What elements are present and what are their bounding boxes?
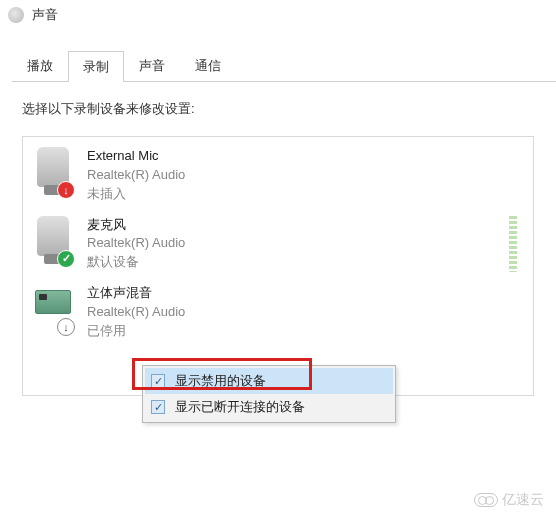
device-info: 立体声混音 Realtek(R) Audio 已停用 (87, 284, 523, 341)
window-title: 声音 (32, 6, 58, 24)
device-info: External Mic Realtek(R) Audio 未插入 (87, 147, 523, 204)
instruction-text: 选择以下录制设备来修改设置: (22, 100, 534, 118)
device-item[interactable]: ↓ 立体声混音 Realtek(R) Audio 已停用 (25, 278, 531, 347)
status-badge-error-icon: ↓ (57, 181, 75, 199)
device-item[interactable]: ✓ 麦克风 Realtek(R) Audio 默认设备 (25, 210, 531, 279)
sound-icon (8, 7, 24, 23)
watermark-logo-icon (474, 493, 498, 507)
checkbox-icon: ✓ (151, 374, 165, 388)
device-item[interactable]: ↓ External Mic Realtek(R) Audio 未插入 (25, 141, 531, 210)
device-icon: ✓ (33, 216, 73, 266)
watermark-text: 亿速云 (502, 491, 544, 509)
device-status: 默认设备 (87, 253, 495, 272)
device-name: 立体声混音 (87, 284, 523, 303)
device-driver: Realtek(R) Audio (87, 166, 523, 185)
level-meter (509, 216, 517, 272)
device-name: External Mic (87, 147, 523, 166)
tabs: 播放 录制 声音 通信 (12, 50, 556, 82)
device-status: 未插入 (87, 185, 523, 204)
device-status: 已停用 (87, 322, 523, 341)
status-badge-ok-icon: ✓ (57, 250, 75, 268)
watermark: 亿速云 (474, 491, 544, 509)
menu-item-show-disabled[interactable]: ✓ 显示禁用的设备 (145, 368, 393, 394)
device-list[interactable]: ↓ External Mic Realtek(R) Audio 未插入 ✓ 麦克… (22, 136, 534, 396)
device-icon: ↓ (33, 284, 73, 334)
device-driver: Realtek(R) Audio (87, 303, 523, 322)
tab-communications[interactable]: 通信 (180, 50, 236, 81)
context-menu: ✓ 显示禁用的设备 ✓ 显示已断开连接的设备 (142, 365, 396, 423)
device-icon: ↓ (33, 147, 73, 197)
tab-recording[interactable]: 录制 (68, 51, 124, 82)
device-info: 麦克风 Realtek(R) Audio 默认设备 (87, 216, 495, 273)
tab-sounds[interactable]: 声音 (124, 50, 180, 81)
checkbox-icon: ✓ (151, 400, 165, 414)
device-name: 麦克风 (87, 216, 495, 235)
menu-item-show-disconnected[interactable]: ✓ 显示已断开连接的设备 (145, 394, 393, 420)
menu-label: 显示已断开连接的设备 (175, 398, 305, 416)
sound-card-icon (35, 290, 71, 314)
menu-label: 显示禁用的设备 (175, 372, 266, 390)
device-driver: Realtek(R) Audio (87, 234, 495, 253)
status-badge-disabled-icon: ↓ (57, 318, 75, 336)
tab-playback[interactable]: 播放 (12, 50, 68, 81)
titlebar: 声音 (0, 0, 556, 30)
